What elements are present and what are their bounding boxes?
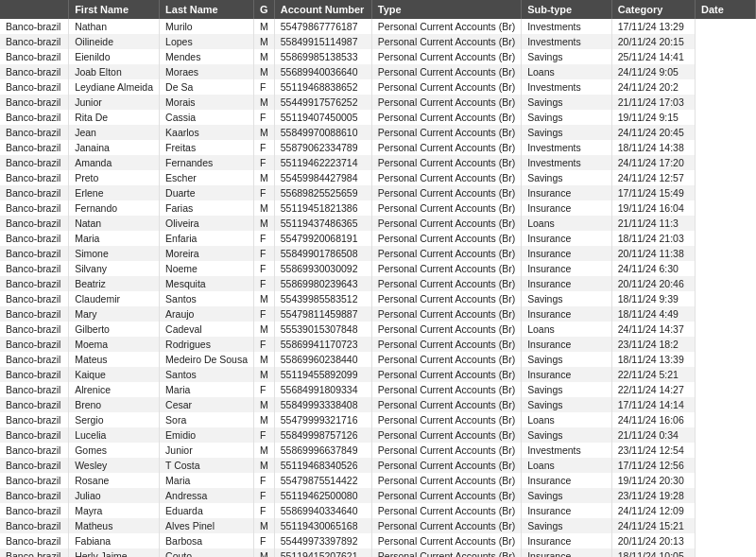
table-cell: Banco-brazil (0, 382, 69, 397)
table-cell: 22/11/24 5:21 (611, 367, 695, 382)
table-cell: Banco-brazil (0, 125, 69, 140)
table-cell: M (254, 397, 275, 412)
table-cell: Personal Current Accounts (Br) (371, 246, 521, 261)
table-cell: Eduarda (160, 503, 254, 518)
table-cell: Araujo (160, 306, 254, 322)
table-cell: Personal Current Accounts (Br) (371, 155, 521, 170)
table-cell: F (254, 246, 275, 261)
table-cell: Personal Current Accounts (Br) (371, 140, 521, 155)
table-cell: 55119455892099 (274, 367, 371, 382)
table-cell: M (254, 64, 275, 79)
table-cell: M (254, 170, 275, 185)
col-header-type: Type (371, 0, 521, 19)
table-row: Banco-brazilHerly JaimeCoutoM55119415207… (0, 548, 756, 557)
table-row: Banco-brazilRita DeCassiaF55119407450005… (0, 110, 756, 125)
table-cell: Banco-brazil (0, 503, 69, 518)
table-row: Banco-brazilNatanOliveiraM55119437486365… (0, 216, 756, 231)
table-cell: Beatriz (69, 276, 160, 291)
table-row: Banco-brazilPretoEscherM55459984427984Pe… (0, 170, 756, 185)
table-cell: 23/11/24 19:28 (611, 488, 695, 503)
table-cell: Gilberto (69, 322, 160, 337)
table-cell: Investments (522, 443, 612, 458)
table-cell: Freitas (160, 140, 254, 155)
table-cell: F (254, 427, 275, 443)
table-cell: 24/11/24 17:20 (611, 155, 695, 170)
table-cell: Savings (522, 352, 612, 367)
table-cell: 55119468838652 (274, 79, 371, 95)
table-cell: 55119407450005 (274, 110, 371, 125)
table-cell: 18/11/24 14:38 (611, 140, 695, 155)
table-cell: Savings (522, 382, 612, 397)
table-cell: Banco-brazil (0, 155, 69, 170)
table-cell: Escher (160, 170, 254, 185)
table-row: Banco-brazilErleneDuarteF55689825525659P… (0, 185, 756, 200)
table-cell: Personal Current Accounts (Br) (371, 216, 521, 231)
table-cell: 55479875514422 (274, 473, 371, 488)
table-cell: 17/11/24 15:49 (611, 185, 695, 200)
table-row: Banco-brazilSergioSoraM55479999321716Per… (0, 412, 756, 427)
table-cell: 20/11/24 11:38 (611, 246, 695, 261)
table-cell: Personal Current Accounts (Br) (371, 533, 521, 548)
table-body: Banco-brazilNathanMuriloM55479867776187P… (0, 19, 756, 557)
col-header-date: Date (695, 0, 755, 19)
table-cell: Banco-brazil (0, 110, 69, 125)
table-cell: M (254, 19, 275, 34)
table-cell: Preto (69, 170, 160, 185)
table-cell: M (254, 548, 275, 557)
table-cell: Insurance (522, 261, 612, 276)
table-cell: Banco-brazil (0, 458, 69, 473)
table-cell: Personal Current Accounts (Br) (371, 125, 521, 140)
table-cell: Sergio (69, 412, 160, 427)
table-cell: M (254, 458, 275, 473)
table-cell: Banco-brazil (0, 367, 69, 382)
table-row: Banco-brazilMateusMedeiro De SousaM55869… (0, 352, 756, 367)
table-cell: Insurance (522, 533, 612, 548)
col-header-account: Account Number (274, 0, 371, 19)
table-cell: Insurance (522, 548, 612, 557)
table-cell: Banco-brazil (0, 488, 69, 503)
table-row: Banco-brazilNathanMuriloM55479867776187P… (0, 19, 756, 34)
table-cell: Banco-brazil (0, 412, 69, 427)
table-cell: Personal Current Accounts (Br) (371, 367, 521, 382)
table-cell: 55689940036640 (274, 64, 371, 79)
table-row: Banco-brazilJoab EltonMoraesM55689940036… (0, 64, 756, 79)
table-cell: Santos (160, 367, 254, 382)
table-cell: Claudemir (69, 291, 160, 306)
table-row: Banco-brazilMayraEduardaF55869940334640P… (0, 503, 756, 518)
table-cell: 24/11/24 12:09 (611, 503, 695, 518)
table-cell: Investments (522, 140, 612, 155)
table-cell: Murilo (160, 19, 254, 34)
col-header-lastname: Last Name (160, 0, 254, 19)
table-cell: F (254, 488, 275, 503)
table-row: Banco-brazilSimoneMoreiraF55849901786508… (0, 246, 756, 261)
table-cell: Mayra (69, 503, 160, 518)
table-cell: M (254, 291, 275, 306)
table-cell: Mateus (69, 352, 160, 367)
table-row: Banco-brazilMatheusAlves PinelM551194300… (0, 518, 756, 533)
table-cell: Couto (160, 548, 254, 557)
table-cell: Loans (522, 412, 612, 427)
table-cell: Personal Current Accounts (Br) (371, 276, 521, 291)
table-cell: 19/11/24 16:04 (611, 200, 695, 216)
table-cell: 20/11/24 20:46 (611, 276, 695, 291)
table-cell: Cadeval (160, 322, 254, 337)
table-cell: Personal Current Accounts (Br) (371, 34, 521, 49)
table-row: Banco-brazilFabianaBarbosaF5544997339789… (0, 533, 756, 548)
table-cell: Personal Current Accounts (Br) (371, 19, 521, 34)
table-cell: Insurance (522, 503, 612, 518)
table-cell: Maria (160, 473, 254, 488)
table-cell: 55869940334640 (274, 503, 371, 518)
table-cell: Personal Current Accounts (Br) (371, 412, 521, 427)
table-cell: Personal Current Accounts (Br) (371, 95, 521, 110)
table-cell: 55449917576252 (274, 95, 371, 110)
table-cell: Banco-brazil (0, 34, 69, 49)
table-cell: Banco-brazil (0, 306, 69, 322)
table-cell: F (254, 382, 275, 397)
table-cell: Rita De (69, 110, 160, 125)
table-cell: Personal Current Accounts (Br) (371, 231, 521, 246)
table-cell: Insurance (522, 337, 612, 352)
table-cell: 55119415207621 (274, 548, 371, 557)
table-cell: Jean (69, 125, 160, 140)
table-cell: Mary (69, 306, 160, 322)
table-cell: Lopes (160, 34, 254, 49)
